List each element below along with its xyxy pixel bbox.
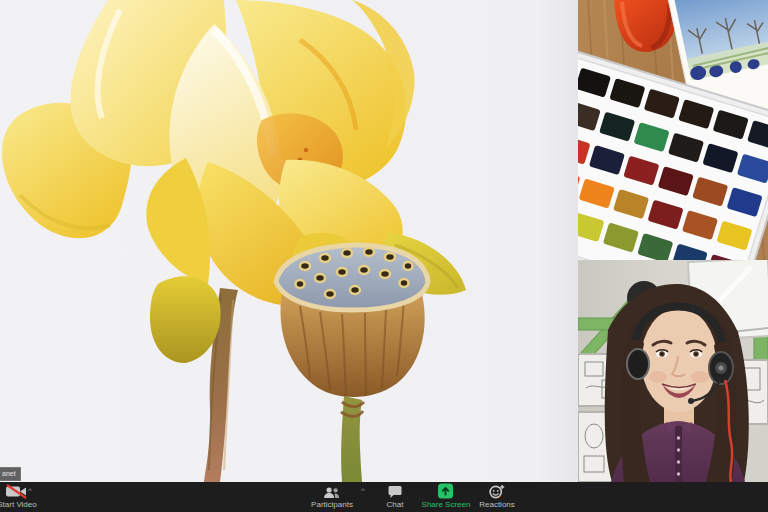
participants-chevron-up-icon[interactable]: ^ bbox=[361, 487, 365, 495]
video-tile-art-supplies[interactable] bbox=[578, 0, 768, 260]
share-screen-label: Share Screen bbox=[422, 500, 471, 509]
instructor-scene bbox=[578, 260, 768, 482]
participants-button[interactable]: Participants bbox=[311, 484, 353, 509]
meeting-toolbar: Start Video ^ Participants ^ Chat bbox=[0, 482, 768, 512]
share-screen-up-arrow-icon bbox=[438, 484, 454, 499]
chat-label: Chat bbox=[387, 500, 404, 509]
chat-button[interactable]: Chat bbox=[387, 484, 404, 509]
chat-bubble-icon bbox=[388, 484, 403, 499]
video-camera-off-icon bbox=[5, 484, 29, 499]
zoom-meeting-window: anet bbox=[0, 0, 768, 512]
shared-screen-video[interactable]: anet bbox=[0, 0, 578, 482]
video-tile-instructor[interactable] bbox=[578, 260, 768, 482]
start-video-label: Start Video bbox=[0, 500, 37, 509]
reactions-label: Reactions bbox=[479, 500, 515, 509]
start-video-button[interactable]: Start Video bbox=[0, 484, 48, 509]
presenter-name-label: anet bbox=[0, 467, 21, 481]
mic-tip bbox=[688, 398, 694, 404]
reactions-button[interactable]: Reactions bbox=[479, 484, 515, 509]
instructor-person bbox=[605, 284, 749, 482]
share-screen-button[interactable]: Share Screen bbox=[422, 484, 471, 509]
participants-icon bbox=[323, 484, 340, 499]
art-supplies-scene bbox=[578, 0, 768, 260]
reactions-smiley-plus-icon bbox=[488, 484, 505, 499]
lotus-watercolor-painting bbox=[0, 0, 578, 482]
participants-label: Participants bbox=[311, 500, 353, 509]
start-video-chevron-up-icon[interactable]: ^ bbox=[28, 487, 32, 495]
